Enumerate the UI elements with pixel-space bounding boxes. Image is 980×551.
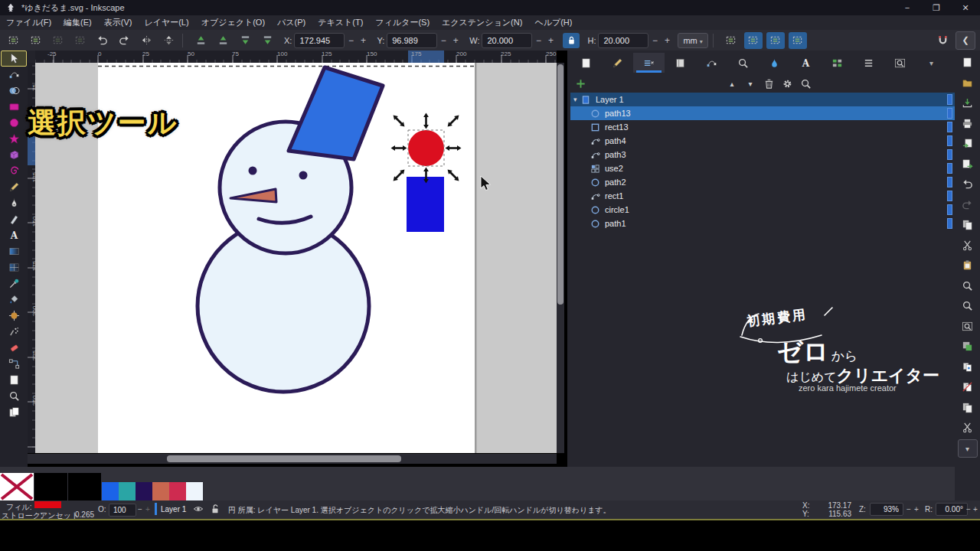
- palette-swatch[interactable]: [169, 482, 186, 500]
- dock-tabs-overflow[interactable]: ▾: [916, 53, 947, 73]
- width-minus-button[interactable]: −: [534, 35, 543, 46]
- rotation-plus-button[interactable]: +: [973, 505, 978, 514]
- highlight-color-tag[interactable]: [947, 108, 952, 119]
- tab-align-distribute[interactable]: [822, 53, 853, 73]
- highlight-color-tag[interactable]: [947, 204, 952, 215]
- menu-path[interactable]: パス(P): [277, 17, 305, 28]
- minimize-button[interactable]: −: [893, 0, 922, 15]
- tool-text[interactable]: [1, 227, 27, 243]
- ungroup-button[interactable]: [959, 419, 977, 436]
- opacity-field[interactable]: 100: [109, 504, 136, 517]
- tab-swatches[interactable]: [665, 53, 696, 73]
- tool-gradient[interactable]: [1, 243, 27, 259]
- menu-help[interactable]: ヘルプ(H): [534, 17, 572, 28]
- tab-fill-stroke[interactable]: [759, 53, 790, 73]
- snapbar-collapse-button[interactable]: ❮: [956, 31, 975, 50]
- height-field[interactable]: 20.000: [598, 33, 648, 48]
- flip-horizontal-button[interactable]: [137, 32, 155, 49]
- unit-dropdown[interactable]: mm ▾: [678, 33, 707, 48]
- palette-swatch[interactable]: [152, 482, 169, 500]
- blue-rectangle-object[interactable]: [407, 177, 444, 232]
- open-document-button[interactable]: [959, 74, 977, 91]
- menu-layer[interactable]: レイヤー(L): [144, 17, 188, 28]
- tool-rectangle[interactable]: [1, 99, 27, 115]
- paste-button[interactable]: [959, 257, 977, 274]
- tool-tweak[interactable]: [1, 308, 27, 324]
- select-all-layers-button[interactable]: [26, 32, 44, 49]
- tool-eraser[interactable]: [1, 340, 27, 356]
- select-all-button[interactable]: [4, 32, 22, 49]
- zoom-selection-button[interactable]: [959, 277, 977, 294]
- transform-gradients-toggle[interactable]: [766, 32, 785, 49]
- tab-find[interactable]: [727, 53, 759, 73]
- tool-pencil[interactable]: [1, 179, 27, 195]
- snowman-eye-left[interactable]: [249, 167, 257, 175]
- menu-edit[interactable]: 編集(E): [64, 17, 92, 28]
- y-field[interactable]: 96.989: [387, 33, 437, 48]
- objects-settings-button[interactable]: [779, 76, 795, 91]
- object-label[interactable]: path1: [605, 219, 626, 228]
- redo-button[interactable]: [959, 196, 977, 213]
- tool-pages[interactable]: [1, 404, 27, 420]
- tab-text-font[interactable]: [790, 53, 822, 73]
- tool-shape-builder[interactable]: [1, 83, 27, 99]
- tool-spray[interactable]: [1, 324, 27, 340]
- object-row-path1[interactable]: path1: [570, 217, 955, 230]
- no-color-swatch[interactable]: [0, 473, 34, 500]
- object-row-rect1[interactable]: rect1: [570, 189, 955, 203]
- tool-mesh-gradient[interactable]: [1, 259, 27, 276]
- menu-text[interactable]: テキスト(T): [318, 17, 363, 28]
- import-button[interactable]: [959, 135, 977, 152]
- palette-swatch[interactable]: [119, 482, 136, 500]
- tab-edit-icon[interactable]: [602, 53, 633, 73]
- tab-document-properties[interactable]: [570, 53, 602, 73]
- width-field[interactable]: 20.000: [482, 33, 532, 48]
- highlight-color-tag[interactable]: [947, 135, 952, 146]
- tool-3d-box[interactable]: [1, 147, 27, 163]
- transform-stroke-toggle[interactable]: [722, 32, 740, 49]
- zoom-drawing-button[interactable]: [959, 298, 977, 315]
- zoom-plus-button[interactable]: +: [914, 505, 919, 514]
- object-row-path4[interactable]: path4: [570, 134, 955, 148]
- object-row-circle1[interactable]: circle1: [570, 203, 955, 217]
- highlight-color-tag[interactable]: [947, 163, 952, 174]
- y-minus-button[interactable]: −: [439, 35, 448, 46]
- highlight-color-tag[interactable]: [947, 191, 952, 201]
- add-layer-button[interactable]: [572, 76, 589, 91]
- zoom-minus-button[interactable]: −: [906, 505, 911, 514]
- object-label[interactable]: circle1: [605, 205, 629, 214]
- rotate-ccw-button[interactable]: [93, 32, 111, 49]
- select-touching-button[interactable]: [70, 32, 89, 49]
- cut-button[interactable]: [959, 236, 977, 253]
- tool-connector[interactable]: [1, 356, 27, 372]
- deselect-button[interactable]: [48, 32, 67, 49]
- tool-star[interactable]: [1, 131, 27, 147]
- object-label[interactable]: path4: [605, 136, 626, 145]
- tool-page[interactable]: [1, 372, 27, 388]
- print-button[interactable]: [959, 115, 977, 132]
- clone-button[interactable]: [959, 358, 977, 375]
- undo-button[interactable]: [959, 176, 977, 193]
- zoom-field[interactable]: 93%: [870, 503, 903, 516]
- rotate-cw-button[interactable]: [115, 32, 133, 49]
- highlight-color-tag[interactable]: [947, 122, 952, 132]
- current-layer-name[interactable]: Layer 1: [161, 505, 186, 514]
- lower-to-bottom-button[interactable]: [258, 32, 276, 49]
- selected-red-circle-object[interactable]: [408, 130, 444, 166]
- transform-corners-toggle[interactable]: [744, 32, 763, 49]
- menu-extensions[interactable]: エクステンション(N): [442, 17, 522, 28]
- menu-file[interactable]: ファイル(F): [6, 17, 51, 28]
- raise-to-top-button[interactable]: [191, 32, 210, 49]
- object-row-path3[interactable]: path3: [570, 148, 955, 161]
- object-row-path2[interactable]: path2: [570, 175, 955, 189]
- tool-node-editor[interactable]: [1, 67, 27, 83]
- layer-visibility-icon[interactable]: [193, 504, 204, 514]
- rotation-minus-button[interactable]: −: [966, 505, 971, 514]
- layer-row[interactable]: ▾ Layer 1: [570, 93, 955, 106]
- layer-label[interactable]: Layer 1: [596, 95, 624, 104]
- highlight-color-tag[interactable]: [947, 94, 952, 105]
- move-down-button[interactable]: ▾: [742, 76, 759, 91]
- object-label[interactable]: rect13: [605, 122, 629, 132]
- vertical-scrollbar[interactable]: [557, 63, 564, 453]
- palette-swatch[interactable]: [136, 482, 152, 500]
